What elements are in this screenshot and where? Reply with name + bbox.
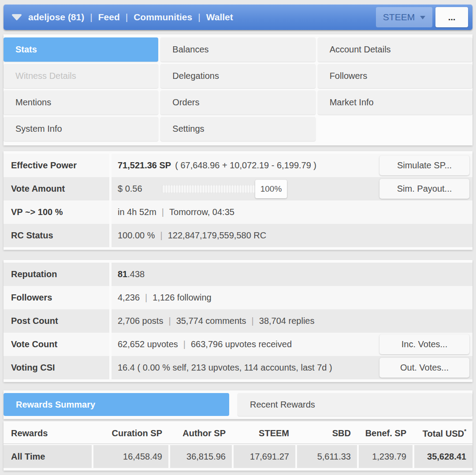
value-separator: | <box>145 293 147 303</box>
col-header-steem: STEEM <box>234 428 295 438</box>
replies-count: 38,704 replies <box>259 316 315 326</box>
col-header-sbd: SBD <box>297 428 357 438</box>
vp-recharge-countdown: in 4h 52m <box>118 207 156 217</box>
total-usd-label: Total USD <box>423 428 464 438</box>
cell-period: All Time <box>4 445 92 468</box>
stat-label-followers: Followers <box>4 286 109 309</box>
dropdown-caret-icon <box>420 16 425 19</box>
stat-row-effective-power: Effective Power 71,521.36 SP ( 67,648.96… <box>4 154 472 177</box>
nav-communities[interactable]: Communities <box>134 12 192 22</box>
stat-row-voting-csi: Voting CSI 16.4 ( 0.00 % self, 213 upvot… <box>4 356 472 379</box>
collapse-caret-icon[interactable] <box>11 14 22 21</box>
tab-stats[interactable]: Stats <box>4 37 158 62</box>
nav-wallet[interactable]: Wallet <box>206 12 233 22</box>
value-separator: | <box>168 316 171 326</box>
tab-mentions[interactable]: Mentions <box>4 90 158 115</box>
reputation-integer: 81 <box>118 269 127 279</box>
stat-value-post-count: 2,706 posts | 35,774 comments | 38,704 r… <box>112 309 472 333</box>
tab-balances[interactable]: Balances <box>160 37 315 62</box>
stat-row-vote-amount: Vote Amount $ 0.56 100% Sim. Payout... <box>4 177 472 200</box>
stat-row-followers: Followers 4,236 | 1,126 following <box>4 286 472 309</box>
tab-recent-rewards[interactable]: Recent Rewards <box>238 393 472 416</box>
vote-amount-value: $ 0.56 <box>118 184 156 194</box>
col-header-curation-sp: Curation SP <box>93 428 168 438</box>
tab-system-info[interactable]: System Info <box>4 117 158 141</box>
header-actions: STEEM ... <box>376 7 468 27</box>
value-separator: | <box>162 207 164 217</box>
vote-weight-slider[interactable] <box>162 185 261 193</box>
rewards-tabs-panel: Rewards Summary Recent Rewards <box>4 390 472 419</box>
stat-row-post-count: Post Count 2,706 posts | 35,774 comments… <box>4 309 472 333</box>
vote-weight-percent-badge: 100% <box>255 180 287 198</box>
nav-separator: | <box>126 12 128 22</box>
tab-witness-details: Witness Details <box>4 64 158 88</box>
stat-label-post-count: Post Count <box>4 309 109 333</box>
stat-label-voting-csi: Voting CSI <box>4 356 109 379</box>
cell-benef-sp: 1,239.79 <box>359 445 413 468</box>
stat-row-reputation: Reputation 81 .438 <box>4 263 472 286</box>
account-header-bar: adeljose (81) | Feed | Communities | Wal… <box>4 4 472 30</box>
stat-label-vote-amount: Vote Amount <box>4 177 109 200</box>
stat-label-reputation: Reputation <box>4 263 109 286</box>
cell-author-sp: 36,815.96 <box>170 445 232 468</box>
following-count: 1,126 following <box>152 293 211 303</box>
rc-percent: 100.00 % <box>118 230 155 241</box>
comments-count: 35,774 comments <box>176 316 246 326</box>
posts-count: 2,706 posts <box>118 316 163 326</box>
coin-select-label: STEEM <box>383 12 415 22</box>
nav-separator: | <box>90 12 92 22</box>
nav-separator: | <box>198 12 200 22</box>
stat-row-vp-recharge: VP ~> 100 % in 4h 52m | Tomorrow, 04:35 <box>4 200 472 224</box>
stat-value-followers: 4,236 | 1,126 following <box>112 286 472 309</box>
tab-settings[interactable]: Settings <box>160 117 315 141</box>
more-options-button[interactable]: ... <box>435 7 468 27</box>
sim-payout-button[interactable]: Sim. Payout... <box>379 179 469 199</box>
stat-value-reputation: 81 .438 <box>112 263 472 286</box>
rewards-table-panel: Rewards Curation SP Author SP STEEM SBD … <box>4 421 472 471</box>
simulate-sp-button[interactable]: Simulate SP... <box>379 156 469 175</box>
tab-orders[interactable]: Orders <box>160 90 315 115</box>
voting-csi-value: 16.4 ( 0.00 % self, 213 upvotes, 114 acc… <box>118 363 332 373</box>
followers-count: 4,236 <box>118 293 140 303</box>
tab-delegations[interactable]: Delegations <box>160 64 315 88</box>
rc-mana: 122,847,179,559,580 RC <box>168 230 267 241</box>
account-username[interactable]: adeljose (81) <box>28 12 84 22</box>
account-stats-panel: Reputation 81 .438 Followers 4,236 | 1,1… <box>4 260 472 382</box>
tab-account-details[interactable]: Account Details <box>318 37 472 62</box>
incoming-votes-button[interactable]: Inc. Votes... <box>379 334 469 354</box>
effective-power-value: 71,521.36 SP <box>118 160 171 171</box>
stat-label-vp-recharge: VP ~> 100 % <box>4 200 109 224</box>
rewards-table-header: Rewards Curation SP Author SP STEEM SBD … <box>4 423 472 444</box>
rewards-table-row-all-time: All Time 16,458.49 36,815.96 17,691.27 5… <box>4 445 472 468</box>
vp-recharge-time: Tomorrow, 04:35 <box>169 207 234 217</box>
outgoing-votes-button[interactable]: Out. Votes... <box>379 358 469 378</box>
footnote-asterisk: * <box>464 428 466 434</box>
stat-value-rc-status: 100.00 % | 122,847,179,559,580 RC <box>112 224 472 247</box>
value-separator: | <box>160 230 163 241</box>
effective-power-breakdown: ( 67,648.96 + 10,072.19 - 6,199.79 ) <box>175 160 316 171</box>
tab-grid-empty-cell <box>318 117 472 141</box>
stat-label-vote-count: Vote Count <box>4 333 109 356</box>
stat-label-rc-status: RC Status <box>4 224 109 247</box>
tab-followers[interactable]: Followers <box>318 64 472 88</box>
account-tabs-panel: Stats Balances Account Details Witness D… <box>4 34 472 145</box>
coin-select-dropdown[interactable]: STEEM <box>376 7 432 27</box>
upvotes-given-count: 62,652 upvotes <box>118 339 178 349</box>
stat-row-rc-status: RC Status 100.00 % | 122,847,179,559,580… <box>4 224 472 247</box>
cell-total-usd: 35,628.41 <box>414 445 472 468</box>
reputation-decimals: .438 <box>127 269 145 279</box>
tab-market-info[interactable]: Market Info <box>318 90 472 115</box>
cell-steem: 17,691.27 <box>234 445 295 468</box>
col-header-author-sp: Author SP <box>170 428 232 438</box>
stat-value-vp-recharge: in 4h 52m | Tomorrow, 04:35 <box>112 200 472 224</box>
stat-label-effective-power: Effective Power <box>4 154 109 177</box>
col-header-rewards: Rewards <box>4 428 92 438</box>
cell-curation-sp: 16,458.49 <box>93 445 168 468</box>
tab-rewards-summary[interactable]: Rewards Summary <box>4 393 229 416</box>
col-header-total-usd: Total USD* <box>414 428 472 439</box>
power-stats-panel: Effective Power 71,521.36 SP ( 67,648.96… <box>4 151 472 250</box>
value-separator: | <box>183 339 186 349</box>
cell-sbd: 5,611.33 <box>297 445 357 468</box>
nav-feed[interactable]: Feed <box>98 12 120 22</box>
value-separator: | <box>252 316 254 326</box>
